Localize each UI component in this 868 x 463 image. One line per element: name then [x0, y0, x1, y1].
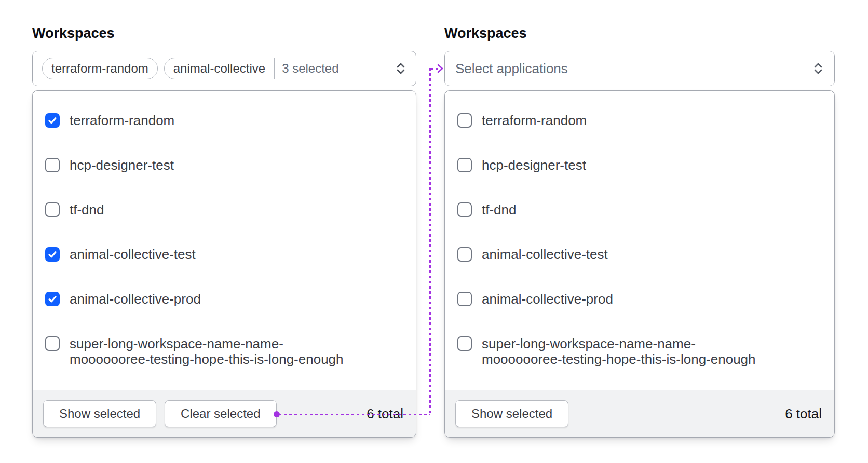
multiselect-trigger[interactable]: Select applications [444, 51, 835, 86]
option-label: super-long-workspace-name-name- moooooor… [70, 336, 344, 367]
option-label: tf-dnd [482, 202, 517, 217]
page: Workspaces terraform-random animal-colle… [0, 0, 868, 463]
checkbox[interactable] [457, 202, 472, 217]
option-row[interactable]: tf-dnd [445, 187, 834, 232]
checkbox[interactable] [45, 158, 60, 172]
option-label: animal-collective-prod [482, 291, 613, 307]
field-label: Workspaces [32, 25, 416, 42]
option-label: animal-collective-test [482, 247, 608, 262]
selected-count-text: 3 selected [282, 61, 338, 76]
option-label: hcp-designer-test [482, 157, 586, 173]
option-label-line: mooooooree-testing-hope-this-is-long-eno… [482, 351, 756, 367]
option-row[interactable]: hcp-designer-test [445, 143, 834, 187]
option-row[interactable]: tf-dnd [33, 187, 416, 232]
checkbox[interactable] [45, 247, 60, 262]
option-label: terraform-random [70, 113, 174, 128]
checkbox[interactable] [45, 292, 60, 306]
checkbox[interactable] [457, 247, 472, 262]
field-label: Workspaces [444, 25, 835, 42]
total-count-text: 6 total [785, 406, 822, 422]
arrow-right-chevron-icon [436, 63, 444, 76]
option-label: animal-collective-test [70, 247, 196, 262]
checkbox[interactable] [45, 113, 60, 128]
checkbox[interactable] [457, 113, 472, 128]
unfold-chevrons-icon [812, 61, 824, 76]
checkmark-icon [47, 115, 58, 126]
option-row[interactable]: super-long-workspace-name-name- moooooor… [33, 321, 416, 382]
multiselect-right: Workspaces Select applications terraform… [444, 25, 835, 438]
selected-tag-clipped: animal-collective [164, 58, 275, 79]
option-row[interactable]: animal-collective-test [445, 232, 834, 277]
checkbox[interactable] [457, 336, 472, 351]
option-label-line: super-long-workspace-name-name- [70, 336, 344, 351]
unfold-chevrons-icon [395, 61, 406, 76]
option-label: hcp-designer-test [70, 157, 174, 173]
total-count-text: 6 total [367, 406, 403, 422]
trigger-placeholder: Select applications [455, 61, 568, 77]
show-selected-button[interactable]: Show selected [455, 400, 568, 427]
connector-dashed-line-horizontal-top [430, 68, 439, 70]
listbox-footer: Show selected Clear selected 6 total [33, 390, 416, 437]
listbox-footer: Show selected 6 total [445, 390, 834, 437]
option-row[interactable]: super-long-workspace-name-name- moooooor… [445, 321, 834, 382]
options-listbox: terraform-random hcp-designer-test tf-dn… [444, 90, 835, 438]
option-label: animal-collective-prod [70, 291, 201, 307]
multiselect-trigger[interactable]: terraform-random animal-collective 3 sel… [32, 51, 416, 86]
clear-selected-button[interactable]: Clear selected [165, 400, 276, 427]
checkbox[interactable] [457, 292, 472, 306]
option-label: tf-dnd [70, 202, 104, 217]
checkmark-icon [47, 294, 58, 304]
connector-dashed-line-vertical [429, 68, 431, 415]
option-row[interactable]: animal-collective-prod [33, 277, 416, 321]
option-label-line: mooooooree-testing-hope-this-is-long-eno… [70, 351, 344, 367]
checkbox[interactable] [45, 202, 60, 217]
options-list: terraform-random hcp-designer-test tf-dn… [33, 91, 416, 390]
option-row[interactable]: terraform-random [33, 98, 416, 143]
options-list: terraform-random hcp-designer-test tf-dn… [445, 91, 834, 390]
options-listbox: terraform-random hcp-designer-test tf-dn… [32, 90, 416, 438]
checkmark-icon [47, 249, 58, 260]
checkbox[interactable] [457, 158, 472, 172]
option-row[interactable]: hcp-designer-test [33, 143, 416, 187]
option-label: super-long-workspace-name-name- moooooor… [482, 336, 756, 367]
checkbox[interactable] [45, 336, 60, 351]
option-row[interactable]: animal-collective-test [33, 232, 416, 277]
option-row[interactable]: terraform-random [445, 98, 834, 143]
show-selected-button[interactable]: Show selected [43, 400, 156, 427]
option-row[interactable]: animal-collective-prod [445, 277, 834, 321]
selected-tag: terraform-random [42, 58, 158, 79]
multiselect-left: Workspaces terraform-random animal-colle… [32, 25, 416, 438]
option-label: terraform-random [482, 113, 587, 128]
option-label-line: super-long-workspace-name-name- [482, 336, 756, 351]
